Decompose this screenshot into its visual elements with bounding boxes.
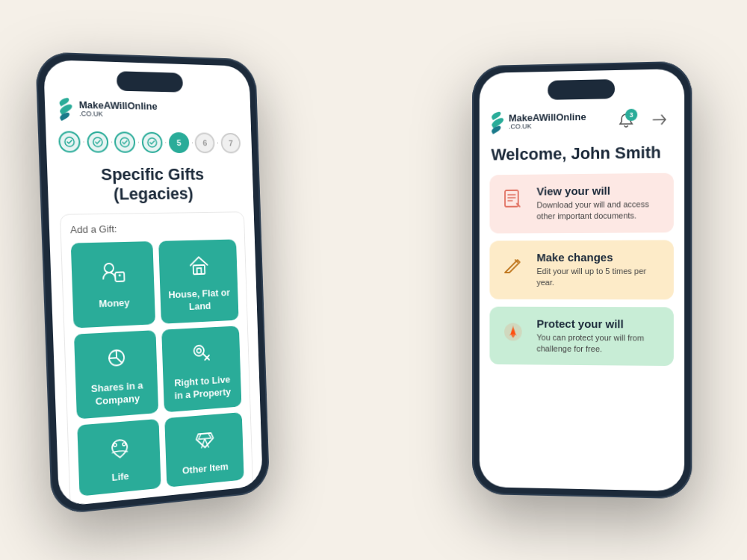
money-label: Money [99, 297, 130, 311]
view-will-text: View your will Download your will and ac… [536, 184, 663, 223]
scene: MakeAWillOnline .CO.UK [15, 19, 732, 541]
view-will-title: View your will [536, 184, 663, 198]
gift-grid: Money House, Flat or Land [71, 239, 244, 497]
protect-will-icon [498, 317, 527, 346]
gift-section: Add a Gift: [60, 211, 253, 507]
domain-right: .CO.UK [509, 122, 586, 131]
make-changes-card[interactable]: Make changes Edit your will up to 5 time… [489, 240, 673, 299]
house-icon [185, 252, 212, 283]
domain-left: .CO.UK [79, 111, 158, 119]
add-gift-label: Add a Gift: [70, 221, 236, 235]
logo-icon-right [491, 113, 504, 132]
view-will-desc: Download your will and access other impo… [536, 199, 663, 223]
left-content: MakeAWillOnline .CO.UK [43, 60, 263, 507]
life-icon [105, 432, 133, 466]
life-label: Life [111, 470, 129, 484]
protect-will-desc: You can protect your will from challenge… [536, 332, 663, 355]
protect-will-title: Protect your will [536, 317, 663, 330]
page-title: Specific Gifts (Legacies) [47, 159, 254, 215]
step-line-6 [217, 143, 218, 144]
step-line-4 [165, 142, 166, 143]
logo-text-left: MakeAWillOnline .CO.UK [78, 100, 158, 119]
make-changes-desc: Edit your will up to 5 times per year. [536, 266, 663, 289]
logo-icon-left [59, 99, 74, 119]
view-will-icon [498, 185, 527, 215]
right-screen: MakeAWillOnline .CO.UK 3 [480, 69, 684, 491]
other-item-label: Other Item [182, 461, 229, 478]
logo-text-right: MakeAWillOnline .CO.UK [509, 112, 586, 131]
step-line-1 [84, 141, 84, 143]
welcome-title: Welcome, John Smith [480, 138, 684, 175]
svg-point-5 [118, 275, 120, 277]
svg-point-8 [193, 345, 204, 356]
phone-right: MakeAWillOnline .CO.UK 3 [472, 61, 692, 500]
shares-icon [102, 343, 131, 376]
view-will-card[interactable]: View your will Download your will and ac… [489, 173, 673, 234]
house-label: House, Flat or Land [166, 287, 233, 314]
shares-label: Shares in a Company [82, 379, 152, 409]
svg-point-4 [104, 264, 114, 273]
right-to-live-label: Right to Live in a Property [169, 373, 235, 402]
make-changes-icon [498, 251, 527, 281]
step-2 [87, 131, 108, 153]
notification-badge: 3 [625, 109, 637, 121]
diamond-icon [191, 426, 217, 458]
gift-other[interactable]: Other Item [164, 412, 244, 488]
phone-left: MakeAWillOnline .CO.UK [35, 52, 270, 515]
protect-will-card[interactable]: Protect your will You can protect your w… [489, 306, 673, 366]
svg-point-10 [113, 443, 116, 446]
protect-will-text: Protect your will You can protect your w… [536, 317, 663, 355]
notch-right [548, 79, 615, 100]
step-line-3 [138, 142, 139, 143]
step-1 [58, 131, 81, 152]
svg-point-11 [123, 442, 125, 445]
step-6: 6 [195, 132, 215, 153]
step-3 [114, 131, 136, 153]
make-changes-text: Make changes Edit your will up to 5 time… [536, 250, 663, 288]
svg-rect-12 [505, 190, 518, 207]
logo-bar-left: MakeAWillOnline .CO.UK [43, 60, 251, 129]
share-button[interactable] [646, 107, 672, 133]
gift-shares[interactable]: Shares in a Company [74, 330, 158, 419]
step-5: 5 [168, 132, 189, 153]
svg-point-9 [196, 348, 201, 352]
header-icons: 3 [613, 107, 672, 134]
key-icon [188, 339, 215, 370]
step-line-2 [111, 141, 112, 143]
svg-rect-6 [193, 265, 205, 274]
gift-house[interactable]: House, Flat or Land [158, 239, 238, 323]
svg-rect-7 [196, 268, 201, 274]
notification-button[interactable]: 3 [613, 108, 639, 134]
notch-left [117, 71, 183, 92]
money-icon [99, 261, 128, 293]
right-logo-area: MakeAWillOnline .CO.UK [491, 111, 586, 132]
make-changes-title: Make changes [536, 250, 663, 263]
step-7: 7 [220, 133, 241, 154]
step-line-5 [192, 142, 193, 143]
gift-right-to-live[interactable]: Right to Live in a Property [161, 326, 241, 412]
brand-name-right: MakeAWillOnline [509, 112, 586, 124]
step-4 [141, 132, 162, 153]
progress-bar: 5 6 7 [46, 126, 252, 159]
gift-money[interactable]: Money [71, 241, 155, 328]
gift-life[interactable]: Life [77, 418, 161, 497]
left-screen: MakeAWillOnline .CO.UK [43, 60, 263, 507]
